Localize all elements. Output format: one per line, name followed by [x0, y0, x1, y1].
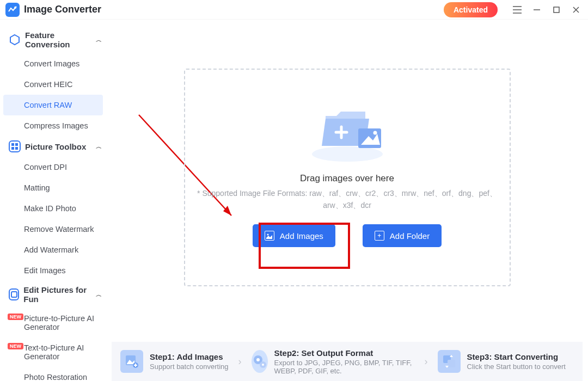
button-label: Add Folder [390, 231, 430, 241]
svg-rect-33 [448, 360, 455, 367]
dropzone[interactable]: Drag images over here * Supported Image … [184, 69, 511, 286]
sidebar-item-remove-watermark[interactable]: Remove Watermark [0, 219, 106, 239]
sidebar-item-text2pic-ai[interactable]: NEW Text-to-Picture AI Generator [0, 337, 106, 367]
svg-point-22 [267, 233, 269, 235]
group-picture-toolbox[interactable]: Picture Toolbox ︿ [0, 136, 106, 157]
step-title: Step3: Start Converting [467, 352, 566, 361]
svg-point-21 [373, 131, 377, 134]
stack-icon [9, 288, 19, 300]
titlebar: Image Converter Activated [0, 0, 588, 20]
sidebar-item-convert-raw[interactable]: Convert RAW [3, 95, 103, 115]
maximize-button[interactable] [549, 2, 564, 17]
sidebar-item-compress-images[interactable]: Compress Images [0, 115, 106, 136]
new-badge: NEW [8, 343, 23, 349]
svg-point-31 [262, 364, 264, 366]
sidebar-item-edit-images[interactable]: Edit Images [0, 260, 106, 281]
step-title: Step1: Add Images [150, 352, 229, 361]
drag-hint: Drag images over here [300, 173, 394, 184]
group-label: Picture Toolbox [25, 142, 86, 151]
close-button[interactable] [568, 2, 584, 17]
chevron-up-icon: ︿ [96, 291, 102, 299]
svg-rect-12 [15, 147, 18, 150]
button-label: Add Images [280, 231, 323, 241]
group-edit-pictures-for-fun[interactable]: Edit Pictures for Fun ︿ [0, 281, 106, 308]
svg-rect-11 [11, 147, 14, 150]
svg-rect-9 [11, 143, 14, 146]
step-subtitle: Support batch converting [150, 362, 229, 371]
add-folder-button[interactable]: + Add Folder [363, 224, 442, 247]
gear-icon [252, 350, 268, 373]
svg-rect-5 [554, 7, 559, 13]
plus-icon: + [375, 231, 384, 241]
sidebar-item-convert-dpi[interactable]: Convert DPI [0, 157, 106, 177]
sidebar-item-convert-images[interactable]: Convert Images [0, 53, 106, 74]
sidebar-item-matting[interactable]: Matting [0, 177, 106, 198]
new-badge: NEW [8, 314, 23, 320]
sidebar-item-convert-heic[interactable]: Convert HEIC [0, 74, 106, 95]
app-title: Image Converter [24, 4, 101, 15]
step2: Step2: Set Output Format Export to JPG, … [252, 348, 415, 375]
step-subtitle: Click the Start button to convert [467, 362, 566, 371]
steps-footer: Step1: Add Images Support batch converti… [112, 342, 583, 381]
svg-point-16 [312, 146, 383, 162]
group-label: Feature Conversion [25, 30, 91, 49]
svg-rect-13 [11, 292, 17, 297]
chevron-right-icon: › [419, 356, 433, 367]
image-icon [265, 231, 274, 241]
group-feature-conversion[interactable]: Feature Conversion ︿ [0, 26, 106, 53]
svg-point-0 [14, 7, 16, 9]
svg-point-29 [256, 358, 260, 361]
step1: Step1: Add Images Support batch converti… [120, 350, 229, 373]
sidebar-item-make-id-photo[interactable]: Make ID Photo [0, 198, 106, 219]
main-content: Drag images over here * Supported Image … [106, 20, 588, 381]
sidebar-item-pic2pic-ai[interactable]: NEW Picture-to-Picture AI Generator [0, 308, 106, 337]
step-subtitle: Export to JPG, JPEG, PNG, BMP, TIF, TIFF… [274, 359, 415, 375]
image-add-icon [120, 350, 143, 373]
add-images-button[interactable]: Add Images [253, 224, 335, 247]
sidebar-item-add-watermark[interactable]: Add Watermark [0, 239, 106, 260]
app-logo-icon [5, 3, 20, 17]
activated-badge[interactable]: Activated [444, 2, 498, 17]
hexagon-icon [9, 34, 21, 46]
grid-icon [9, 140, 21, 152]
step3: Step3: Start Converting Click the Start … [438, 350, 566, 373]
svg-rect-10 [15, 143, 18, 146]
chevron-up-icon: ︿ [96, 36, 102, 44]
folder-upload-icon [307, 97, 388, 162]
minimize-button[interactable] [529, 2, 544, 17]
chevron-right-icon: › [233, 356, 247, 367]
convert-icon [438, 350, 461, 373]
menu-icon[interactable] [510, 2, 525, 17]
svg-marker-8 [10, 35, 19, 45]
supported-formats-text: * Supported Image File Formats: raw、raf、… [196, 187, 499, 212]
chevron-up-icon: ︿ [96, 143, 102, 151]
group-label: Edit Pictures for Fun [23, 285, 91, 304]
step-title: Step2: Set Output Format [274, 348, 415, 358]
sidebar: Feature Conversion ︿ Convert Images Conv… [0, 20, 106, 381]
sidebar-item-photo-restoration[interactable]: Photo Restoration [0, 367, 106, 381]
